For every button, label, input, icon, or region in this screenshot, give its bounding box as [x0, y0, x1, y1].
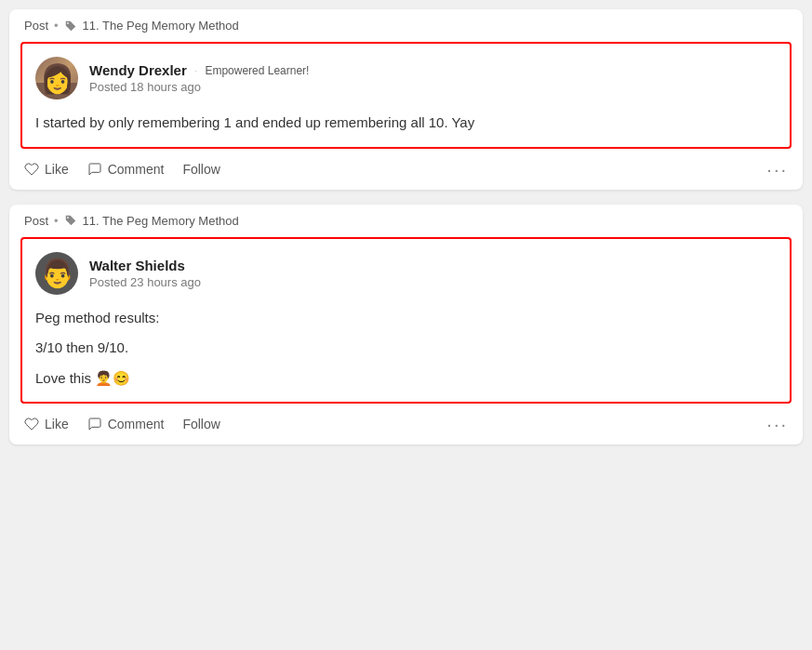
post-content-box-2: Walter Shields Posted 23 hours ago Peg m…: [20, 237, 792, 405]
author-name-row-1: Wendy Drexler · Empowered Learner!: [89, 62, 309, 78]
comment-button-2[interactable]: Comment: [87, 413, 165, 435]
svg-point-0: [67, 22, 69, 24]
author-name-row-2: Walter Shields: [89, 258, 201, 273]
post-meta-bar-1: Post • 11. The Peg Memory Method: [9, 9, 803, 42]
posted-time-1: Posted 18 hours ago: [89, 80, 309, 94]
more-button-1[interactable]: ···: [766, 160, 788, 179]
post-card-2: Post • 11. The Peg Memory Method Walter …: [9, 205, 803, 445]
post-body-line-1-0: I started by only remembering 1 and ende…: [35, 113, 777, 134]
like-label-2: Like: [45, 417, 69, 431]
post-content-box-1: Wendy Drexler · Empowered Learner! Poste…: [20, 42, 792, 149]
avatar-2: [35, 252, 78, 295]
heart-icon-2: [24, 417, 39, 431]
post-body-line-2-2: Love this 🧑‍🦱😊: [35, 368, 777, 390]
dot-sep-2: •: [54, 214, 59, 228]
posted-time-2: Posted 23 hours ago: [89, 275, 201, 289]
post-body-line-2-0: Peg method results:: [35, 308, 777, 329]
comment-label-1: Comment: [108, 162, 165, 177]
like-button-2[interactable]: Like: [24, 413, 69, 435]
name-sep-1: ·: [194, 63, 198, 77]
follow-button-2[interactable]: Follow: [182, 417, 220, 431]
like-label-1: Like: [45, 162, 69, 177]
post-meta-bar-2: Post • 11. The Peg Memory Method: [9, 205, 803, 237]
tag-icon-2: [64, 214, 77, 227]
post-body-1: I started by only remembering 1 and ende…: [35, 109, 777, 134]
author-name-2: Walter Shields: [89, 258, 185, 273]
author-info-2: Walter Shields Posted 23 hours ago: [89, 258, 201, 289]
svg-point-1: [67, 217, 69, 219]
more-button-2[interactable]: ···: [766, 415, 788, 433]
post-body-line-2-1: 3/10 then 9/10.: [35, 338, 777, 359]
dot-sep-1: •: [54, 19, 59, 33]
comment-icon-1: [87, 162, 102, 177]
action-bar-1: Like Comment Follow ···: [9, 149, 803, 190]
post-body-2: Peg method results: 3/10 then 9/10. Love…: [35, 304, 777, 390]
action-bar-2: Like Comment Follow ···: [9, 404, 803, 444]
follow-button-1[interactable]: Follow: [182, 162, 220, 177]
post-card-1: Post • 11. The Peg Memory Method Wendy D…: [9, 9, 803, 190]
post-tag-1: 11. The Peg Memory Method: [83, 19, 239, 33]
author-badge-1: Empowered Learner!: [205, 64, 309, 77]
heart-icon-1: [24, 162, 39, 177]
like-button-1[interactable]: Like: [24, 158, 69, 180]
post-label-2: Post: [24, 214, 48, 228]
avatar-1: [35, 57, 78, 99]
author-row-2: Walter Shields Posted 23 hours ago: [35, 252, 777, 295]
tag-icon-1: [64, 20, 77, 33]
post-label-1: Post: [24, 19, 48, 33]
posts-container: Post • 11. The Peg Memory Method Wendy D…: [9, 9, 803, 444]
comment-icon-2: [87, 417, 102, 431]
author-row-1: Wendy Drexler · Empowered Learner! Poste…: [35, 57, 777, 99]
author-info-1: Wendy Drexler · Empowered Learner! Poste…: [89, 62, 309, 94]
author-name-1: Wendy Drexler: [89, 62, 187, 78]
comment-label-2: Comment: [108, 417, 165, 431]
comment-button-1[interactable]: Comment: [87, 158, 165, 180]
post-tag-2: 11. The Peg Memory Method: [83, 214, 239, 228]
